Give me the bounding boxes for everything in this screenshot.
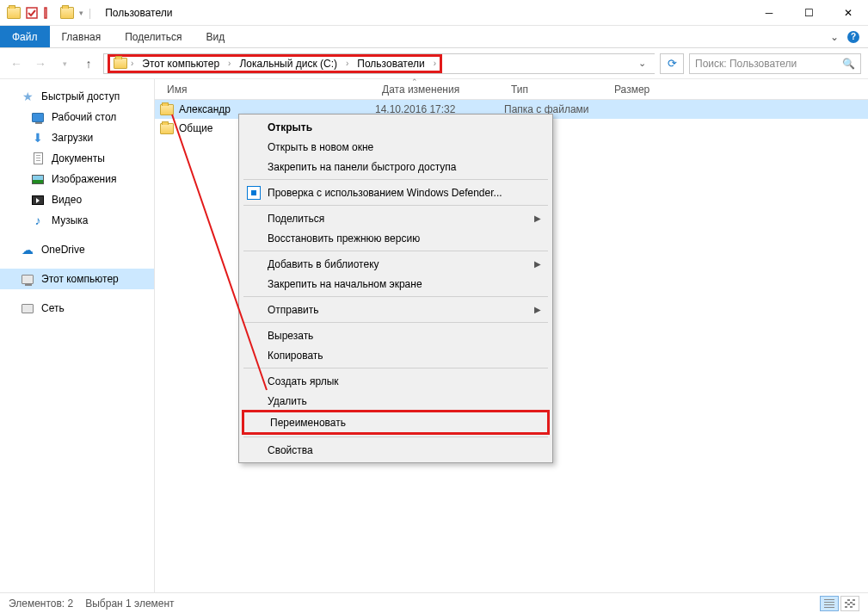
ctx-properties[interactable]: Свойства xyxy=(242,440,550,460)
sidebar-label: Документы xyxy=(52,152,105,164)
qat-separator-icon xyxy=(43,7,55,19)
ctx-create-shortcut[interactable]: Создать ярлык xyxy=(242,371,550,391)
ctx-add-library[interactable]: Добавить в библиотеку▶ xyxy=(242,254,550,274)
status-selected-count: Выбран 1 элемент xyxy=(85,598,174,610)
column-headers: Имя Дата изменения Тип Размер xyxy=(155,79,868,100)
search-input[interactable]: Поиск: Пользователи 🔍 xyxy=(689,53,861,74)
ctx-open-new-window[interactable]: Открыть в новом окне xyxy=(242,137,550,157)
chevron-right-icon[interactable]: › xyxy=(131,59,133,68)
maximize-button[interactable]: ☐ xyxy=(789,0,828,26)
ctx-cut[interactable]: Вырезать xyxy=(242,325,550,345)
ctx-separator xyxy=(243,205,548,206)
ctx-separator xyxy=(243,251,548,251)
quick-access-toolbar: ▾ | xyxy=(0,7,98,19)
tab-view[interactable]: Вид xyxy=(194,26,237,47)
network-icon xyxy=(22,304,34,313)
pictures-icon xyxy=(32,175,44,184)
sidebar-item-quick-access[interactable]: ★Быстрый доступ xyxy=(0,86,154,107)
search-placeholder: Поиск: Пользователи xyxy=(695,58,797,70)
ctx-delete[interactable]: Удалить xyxy=(242,391,550,411)
ctx-separator xyxy=(243,368,548,368)
back-button[interactable]: ← xyxy=(7,54,26,73)
folder-icon xyxy=(160,104,174,115)
view-thumbnails-button[interactable] xyxy=(840,596,859,611)
breadcrumb-local-disk[interactable]: Локальный диск (C:) xyxy=(234,56,342,71)
qat-dropdown-icon[interactable]: ▾ xyxy=(79,9,83,17)
sidebar-item-video[interactable]: Видео xyxy=(0,189,154,210)
chevron-right-icon: ▶ xyxy=(534,259,541,269)
ctx-open[interactable]: Открыть xyxy=(242,117,550,137)
sidebar-item-downloads[interactable]: ⬇Загрузки xyxy=(0,127,154,148)
search-icon[interactable]: 🔍 xyxy=(842,58,855,70)
desktop-icon xyxy=(32,113,44,122)
sidebar-item-desktop[interactable]: Рабочий стол xyxy=(0,107,154,127)
cloud-icon: ☁ xyxy=(21,243,34,257)
ctx-pin-start[interactable]: Закрепить на начальном экране xyxy=(242,274,550,294)
minimize-button[interactable]: ─ xyxy=(749,0,789,26)
refresh-button[interactable]: ⟳ xyxy=(660,53,684,74)
title-bar: ▾ | Пользователи ─ ☐ ✕ xyxy=(0,0,868,26)
up-button[interactable]: ↑ xyxy=(79,54,98,73)
sidebar-item-documents[interactable]: Документы xyxy=(0,148,154,169)
window-title: Пользователи xyxy=(105,7,172,19)
chevron-right-icon[interactable]: › xyxy=(434,59,436,68)
ctx-separator xyxy=(243,322,548,323)
qat-checkbox-icon[interactable] xyxy=(26,7,38,19)
sidebar-item-music[interactable]: ♪Музыка xyxy=(0,210,154,231)
details-view-icon xyxy=(824,599,834,608)
annotation-highlight-rename: Переименовать xyxy=(242,410,550,435)
pc-icon xyxy=(22,275,34,284)
recent-dropdown-icon[interactable]: ▾ xyxy=(55,54,74,73)
sidebar-item-onedrive[interactable]: ☁OneDrive xyxy=(0,239,154,260)
address-dropdown-icon[interactable]: ⌄ xyxy=(638,58,646,69)
folder-icon xyxy=(114,58,127,69)
ctx-separator xyxy=(243,179,548,180)
sidebar-item-pictures[interactable]: Изображения xyxy=(0,169,154,189)
sidebar-label: OneDrive xyxy=(41,244,85,256)
ctx-windows-defender[interactable]: Проверка с использованием Windows Defend… xyxy=(242,183,550,202)
sort-indicator-icon: ⌃ xyxy=(411,77,418,86)
status-bar: Элементов: 2 Выбран 1 элемент xyxy=(0,592,868,613)
ctx-separator xyxy=(243,296,548,297)
sidebar-item-this-pc[interactable]: Этот компьютер xyxy=(0,269,154,289)
file-name: Александр xyxy=(179,103,231,115)
column-header-type[interactable]: Тип xyxy=(504,84,607,96)
tab-home[interactable]: Главная xyxy=(50,26,114,47)
svg-rect-1 xyxy=(45,8,46,18)
address-bar[interactable]: › Этот компьютер › Локальный диск (C:) ›… xyxy=(103,53,655,74)
column-header-date[interactable]: Дата изменения xyxy=(375,84,504,96)
sidebar-item-network[interactable]: Сеть xyxy=(0,298,154,319)
sidebar-label: Видео xyxy=(52,194,82,206)
breadcrumb-users[interactable]: Пользователи xyxy=(352,56,429,71)
video-icon xyxy=(32,195,44,205)
status-item-count: Элементов: 2 xyxy=(9,598,73,610)
column-header-size[interactable]: Размер xyxy=(607,84,685,96)
ctx-separator xyxy=(243,437,548,437)
chevron-right-icon[interactable]: › xyxy=(228,59,231,68)
column-header-name[interactable]: Имя xyxy=(160,84,375,96)
ctx-copy[interactable]: Копировать xyxy=(242,345,550,365)
folder-icon xyxy=(7,7,21,19)
help-icon[interactable]: ? xyxy=(847,31,859,43)
forward-button[interactable]: → xyxy=(31,54,50,73)
folder-icon[interactable] xyxy=(60,7,74,19)
ctx-share[interactable]: Поделиться▶ xyxy=(242,208,550,228)
sidebar-label: Загрузки xyxy=(52,132,93,144)
file-tab[interactable]: Файл xyxy=(0,26,50,47)
ribbon-tabs: Файл Главная Поделиться Вид ⌄ ? xyxy=(0,26,868,48)
sidebar-label: Этот компьютер xyxy=(41,273,119,285)
ctx-rename[interactable]: Переименовать xyxy=(244,412,547,432)
chevron-right-icon[interactable]: › xyxy=(346,59,348,68)
tab-share[interactable]: Поделиться xyxy=(113,26,194,47)
view-details-button[interactable] xyxy=(820,596,839,611)
breadcrumb-this-pc[interactable]: Этот компьютер xyxy=(137,56,225,71)
sidebar-label: Сеть xyxy=(41,302,65,314)
folder-icon xyxy=(160,123,174,134)
ribbon-collapse-icon[interactable]: ⌄ xyxy=(830,31,839,43)
ctx-send-to[interactable]: Отправить▶ xyxy=(242,300,550,319)
music-icon: ♪ xyxy=(31,214,45,227)
ctx-restore-previous[interactable]: Восстановить прежнюю версию xyxy=(242,228,550,248)
ctx-pin-quick-access[interactable]: Закрепить на панели быстрого доступа xyxy=(242,157,550,176)
close-button[interactable]: ✕ xyxy=(828,0,868,26)
document-icon xyxy=(34,152,43,164)
